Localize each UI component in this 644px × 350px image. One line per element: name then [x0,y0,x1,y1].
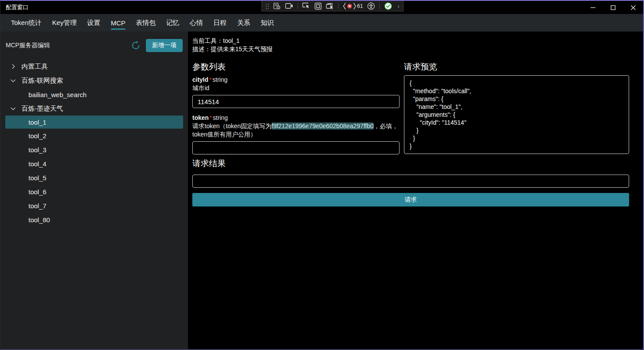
tab-relations[interactable]: 关系 [232,14,255,32]
tree-item-tool-6[interactable]: tool_6 [0,185,188,199]
request-preview-json: { "method": "tools/call", "params": { "n… [404,75,629,154]
request-result-input[interactable] [192,175,629,188]
tree-group-bailian-moji-weather[interactable]: 百炼-墨迹天气 [0,102,188,116]
preview-section-title: 请求预览 [404,61,629,73]
tab-knowledge[interactable]: 知识 [255,14,279,32]
tree-item-tool-3[interactable]: tool_3 [0,143,188,157]
param-name-row: cityId*string [192,76,400,83]
tab-token-stats[interactable]: Token统计 [6,14,47,32]
current-tool-line: 当前工具：tool_1 [192,37,629,45]
minimize-button[interactable] [583,1,603,14]
script-target-icon[interactable] [273,1,281,11]
capture-toolbar: 61 ‹ [262,1,403,11]
add-item-button[interactable]: 新增一项 [146,39,183,52]
sidebar-header: MCP服务器编辑 新增一项 [0,36,188,55]
collapse-toolbar-icon[interactable]: ‹ [396,3,400,9]
cityid-input[interactable] [192,95,400,108]
toolbar-separator [379,3,380,9]
tree-group-bailian-websearch[interactable]: 百炼-联网搜索 [0,74,188,88]
param-field-token: token*string 请求token（token固定填写为f9f212e19… [192,114,400,154]
tree-item-bailian-web-search[interactable]: bailian_web_search [0,88,188,102]
error-counter[interactable]: 61 [343,3,363,10]
required-asterisk: * [209,76,212,83]
request-button[interactable]: 请求 [192,193,629,206]
param-type: string [212,76,227,83]
tab-key-manage[interactable]: Key管理 [47,14,82,32]
status-check-icon[interactable] [384,1,392,11]
param-name: cityId [192,76,209,83]
tree-item-tool-80[interactable]: tool_80 [0,213,188,227]
tab-mcp[interactable]: MCP [106,14,131,32]
close-button[interactable] [623,1,643,14]
window-controls [583,1,643,14]
chevron-right-icon [10,64,16,69]
mcp-sidebar: MCP服务器编辑 新增一项 内置工具 百炼-联网搜索 bailian_web_s… [0,32,188,349]
param-name: token [192,114,209,121]
window-capture-icon[interactable] [315,1,322,11]
error-count: 61 [357,3,363,9]
params-section-title: 参数列表 [192,61,400,73]
param-desc: 请求token（token固定填写为f9f212e1996e79e0e602b0… [192,122,400,139]
param-name-row: token*string [192,114,400,121]
tab-memory[interactable]: 记忆 [161,14,184,32]
tree-item-tool-2[interactable]: tool_2 [0,129,188,143]
element-picker-icon[interactable] [302,1,310,11]
refresh-icon[interactable] [130,40,142,51]
tool-detail-panel: 当前工具：tool_1 描述：提供未来15天天气预报 参数列表 cityId*s… [188,32,643,349]
result-section-title: 请求结果 [192,158,629,169]
token-value-highlight: f9f212e1996e79e0e602b08ea297ffb0 [272,122,374,130]
server-tree: 内置工具 百炼-联网搜索 bailian_web_search 百炼-墨迹天气 … [0,60,188,227]
accessibility-icon[interactable] [367,1,375,11]
window-title: 配置窗口 [6,4,28,11]
tree-item-tool-7[interactable]: tool_7 [0,199,188,213]
maximize-button[interactable] [603,1,623,14]
tree-item-tool-1[interactable]: tool_1 [5,116,183,129]
tree-item-tool-5[interactable]: tool_5 [0,171,188,185]
chevron-down-icon [10,79,16,83]
multi-select-icon[interactable] [326,1,334,11]
param-type: string [213,114,228,121]
required-asterisk: * [209,114,212,121]
app-window: 配置窗口 61 [0,0,644,350]
param-desc: 城市id [192,84,400,92]
titlebar: 配置窗口 61 [0,1,643,14]
toolbar-separator [338,3,339,9]
main-tabbar: Token统计 Key管理 设置 MCP 表情包 记忆 心情 日程 关系 知识 [0,14,643,32]
toolbar-separator [297,3,298,9]
drag-handle-icon[interactable] [265,3,269,10]
tool-description-line: 描述：提供未来15天天气预报 [192,45,629,53]
camera-icon[interactable] [285,1,293,11]
tree-item-tool-4[interactable]: tool_4 [0,157,188,171]
tab-emoji[interactable]: 表情包 [131,14,161,32]
tab-settings[interactable]: 设置 [82,14,106,32]
tree-group-builtin-tools[interactable]: 内置工具 [0,60,188,74]
sidebar-title: MCP服务器编辑 [6,42,130,49]
chevron-down-icon [10,107,16,111]
token-input[interactable] [192,141,400,154]
tab-mood[interactable]: 心情 [184,14,208,32]
tab-schedule[interactable]: 日程 [208,14,232,32]
param-field-cityid: cityId*string 城市id [192,76,400,108]
